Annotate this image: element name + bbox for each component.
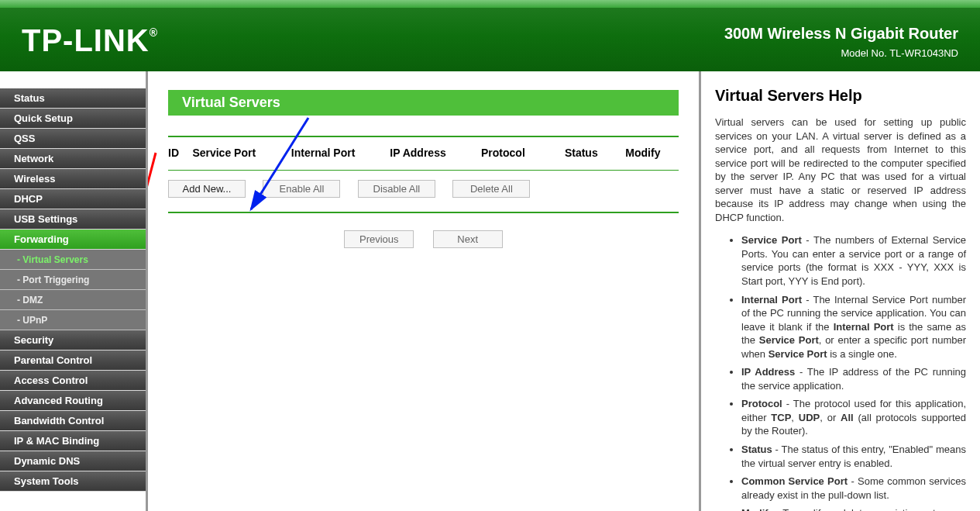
red-arrow-icon [148,153,156,259]
action-button-row: Add New... Enable All Disable All Delete… [168,177,679,212]
main-content: Virtual Servers ID Service Port Internal… [146,71,701,511]
delete-all-button[interactable]: Delete All [452,180,530,198]
previous-button[interactable]: Previous [344,230,414,248]
col-header-status: Status [565,147,625,159]
nav-ip-mac-binding[interactable]: IP & MAC Binding [0,431,146,451]
nav-parental-control[interactable]: Parental Control [0,350,146,371]
nav-sub-virtual-servers[interactable]: - Virtual Servers [0,250,146,270]
col-header-protocol: Protocol [481,147,565,159]
nav-network[interactable]: Network [0,149,146,169]
help-bullet-service-port: Service Port - The numbers of External S… [741,233,966,288]
disable-all-button[interactable]: Disable All [358,180,435,198]
help-bullet-protocol: Protocol - The protocol used for this ap… [741,397,966,438]
next-button[interactable]: Next [433,230,503,248]
nav-usb-settings[interactable]: USB Settings [0,209,146,230]
col-header-internal-port: Internal Port [291,147,390,159]
page-title: Virtual Servers [168,90,679,116]
col-header-service-port: Service Port [192,147,291,159]
nav-dynamic-dns[interactable]: Dynamic DNS [0,451,146,471]
sidebar: Status Quick Setup QSS Network Wireless … [0,71,146,511]
nav-system-tools[interactable]: System Tools [0,471,146,492]
col-header-id: ID [168,147,192,159]
nav-security[interactable]: Security [0,330,146,350]
divider [168,212,679,213]
registered-mark: ® [150,26,158,39]
divider [168,170,679,171]
nav-status[interactable]: Status [0,88,146,109]
help-bullet-common-service-port: Common Service Port - Some common servic… [741,475,966,502]
help-bullet-status: Status - The status of this entry, "Enab… [741,443,966,470]
product-model: Model No. TL-WR1043ND [724,47,958,59]
brand-text: TP-LINK [22,23,150,57]
help-title: Virtual Servers Help [715,87,966,105]
product-title: 300M Wireless N Gigabit Router [724,25,958,43]
add-new-button[interactable]: Add New... [168,180,246,198]
enable-all-button[interactable]: Enable All [263,180,340,198]
nav-sub-dmz[interactable]: - DMZ [0,290,146,310]
brand-logo: TP-LINK® [22,23,158,58]
help-bullet-ip-address: IP Address - The IP address of the PC ru… [741,365,966,392]
table-header-row: ID Service Port Internal Port IP Address… [168,143,679,170]
nav-wireless[interactable]: Wireless [0,169,146,189]
nav-qss[interactable]: QSS [0,129,146,149]
help-intro: Virtual servers can be used for setting … [715,116,966,224]
nav-access-control[interactable]: Access Control [0,371,146,391]
nav-sub-port-triggering[interactable]: - Port Triggering [0,270,146,290]
help-panel: Virtual Servers Help Virtual servers can… [701,71,980,511]
header: TP-LINK® 300M Wireless N Gigabit Router … [0,0,980,71]
col-header-ip-address: IP Address [390,147,481,159]
header-product-info: 300M Wireless N Gigabit Router Model No.… [724,25,958,59]
pager: Previous Next [168,219,679,248]
nav-bandwidth-control[interactable]: Bandwidth Control [0,411,146,431]
help-bullet-list: Service Port - The numbers of External S… [715,233,966,511]
nav-advanced-routing[interactable]: Advanced Routing [0,391,146,411]
nav-sub-upnp[interactable]: - UPnP [0,310,146,330]
help-bullet-modify: Modify - To modify or delete an existing… [741,506,966,511]
nav-dhcp[interactable]: DHCP [0,189,146,209]
col-header-modify: Modify [625,147,679,159]
help-bullet-internal-port: Internal Port - The Internal Service Por… [741,293,966,361]
divider [168,136,679,137]
nav-forwarding[interactable]: Forwarding [0,230,146,250]
nav-quick-setup[interactable]: Quick Setup [0,109,146,129]
